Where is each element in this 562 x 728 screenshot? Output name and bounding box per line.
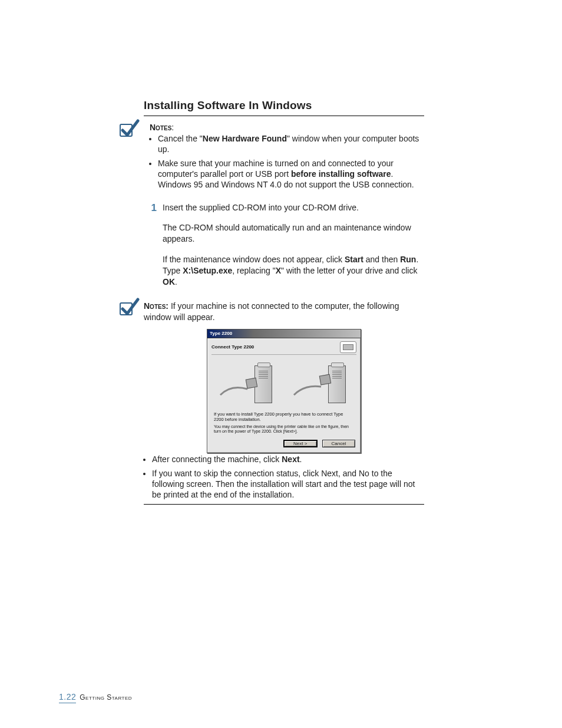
text: and then [363,255,400,264]
bold-text: OK [163,277,175,286]
dialog-body: Connect Type 2200 [207,338,361,453]
dialog-divider [211,354,356,355]
step-body: Insert the supplied CD-ROM into your CD-… [163,202,424,297]
step-p2: The CD-ROM should automatically run and … [163,222,424,245]
bold-text: Run [400,255,416,264]
notes-block-mid: Notes: If your machine is not connected … [144,301,424,323]
notes-label: Notes [150,123,171,132]
closing-rule [144,504,424,505]
notes-list-bottom: After connecting the machine, click Next… [144,454,424,500]
after-item-1: After connecting the machine, click Next… [152,454,424,465]
page: Installing Software In Windows Notes: Ca… [0,0,562,728]
page-number-box: 1.22 [59,691,76,703]
dialog-header-text: Connect Type 2200 [211,344,254,350]
plug-icon [319,374,331,385]
bold-text: New Hardware Found [203,134,287,143]
page-heading: Installing Software In Windows [144,99,424,112]
checkmark-icon [115,296,141,319]
dialog-titlebar: Type 2200 [207,330,361,338]
dialog-header-row: Connect Type 2200 [208,339,360,354]
next-button[interactable]: Next > [283,440,318,447]
notes-list-top: Cancel the "New Hardware Found" window w… [150,134,424,190]
step-p3: If the maintenance window does not appea… [163,254,424,288]
text: . [175,277,177,286]
after-item-2: If you want to skip the connection statu… [152,469,424,500]
bold-text: X:\Setup.exe [183,266,232,275]
text: After connecting the machine, click [152,454,282,464]
dialog-diagram-row [208,358,360,411]
dialog-button-row: Next > Cancel [208,437,360,452]
page-footer: 1.22 Getting Started [59,691,132,703]
printer-icon [340,341,356,353]
text: , replacing " [232,266,275,275]
section-name: Getting Started [80,693,132,701]
checkmark-icon [115,117,141,141]
connection-diagram-usb [292,362,351,407]
step-p1: Insert the supplied CD-ROM into your CD-… [163,202,424,213]
bold-text: Next [282,454,299,464]
heading-rule [144,116,424,116]
notes-label: Notes: [144,301,168,311]
connection-diagram-parallel [218,362,277,407]
bold-text: X [276,266,281,275]
text: Cancel the " [158,134,203,143]
notes-block-top: Notes: Cancel the "New Hardware Found" w… [144,122,424,190]
bold-text: Start [345,255,363,264]
bold-text: before installing software [291,169,391,179]
page-number: 1.22 [59,692,76,701]
plug-icon [245,377,257,388]
text: " with the letter of your drive and clic… [281,266,417,275]
notes-item-1: Cancel the "New Hardware Found" window w… [158,134,424,155]
dialog-message-1: If you want to install Type 2200 properl… [208,411,360,424]
content-column: Installing Software In Windows Notes: Ca… [144,99,424,505]
notes-item-2: Make sure that your machine is turned on… [158,159,424,190]
step-number: 1 [144,202,157,297]
notes-text: If your machine is not connected to the … [144,301,399,322]
pc-tower-icon [328,365,346,403]
cable-icon [293,383,328,400]
notes-colon: : [171,123,174,132]
dialog-message-2: You may connect the device using the pri… [208,424,360,438]
text: . [300,454,302,464]
text: If the maintenance window does not appea… [163,255,345,264]
cancel-button[interactable]: Cancel [322,440,355,447]
step-1: 1 Insert the supplied CD-ROM into your C… [144,202,424,297]
installer-dialog: Type 2200 Connect Type 2200 [207,329,361,454]
